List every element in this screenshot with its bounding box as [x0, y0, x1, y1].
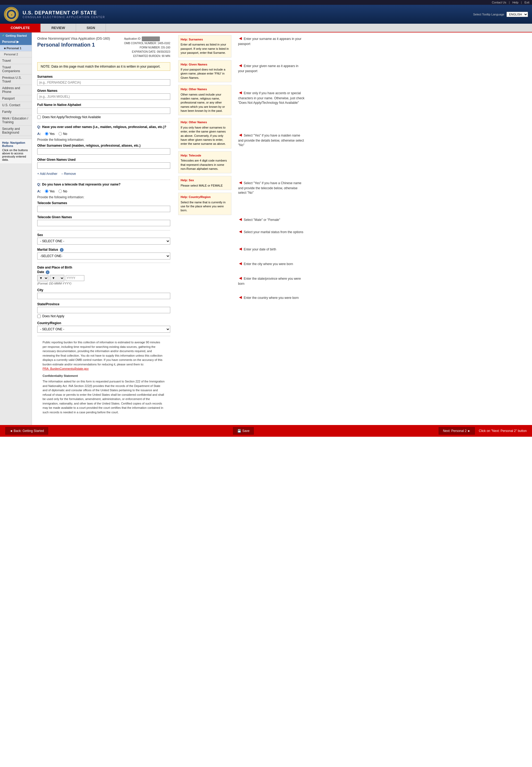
- annotation-telecode: ◄ Select "Yes" if you have a Chinese nam…: [238, 179, 305, 195]
- marital-section: Marital Status i -SELECT ONE- SINGLE MAR…: [37, 248, 170, 259]
- does-not-apply-checkbox[interactable]: [37, 115, 41, 119]
- telecode-yes-option[interactable]: Yes: [45, 189, 55, 193]
- page-title-block: Online Nonimmigrant Visa Application (DS…: [37, 36, 110, 48]
- native-alphabet-label: Full Name in Native Alphabet: [37, 103, 170, 107]
- app-info: Application ID •••••••• OMB CONTROL NUMB…: [124, 36, 170, 58]
- telecode-yes-radio[interactable]: [45, 189, 48, 193]
- other-names-yes-radio[interactable]: [45, 132, 48, 135]
- main-content: Online Nonimmigrant Visa Application (DS…: [32, 32, 176, 425]
- save-button[interactable]: 💾 Save: [233, 427, 254, 435]
- other-names-no-radio[interactable]: [59, 132, 62, 135]
- state-does-not-apply-checkbox[interactable]: [37, 314, 41, 318]
- other-names-provide-info: Provide the following information:: [37, 138, 170, 142]
- sidebar-item-family[interactable]: Family: [0, 109, 32, 115]
- sidebar-item-travel-companions[interactable]: Travel Companions: [0, 64, 32, 74]
- site-header: ★ U.S. Department of State CONSULAR ELEC…: [0, 5, 532, 24]
- inner-wrapper: Online Nonimmigrant Visa Application (DS…: [32, 32, 532, 425]
- tab-complete[interactable]: COMPLETE: [0, 24, 41, 32]
- given-names-input[interactable]: [37, 93, 170, 100]
- day-select[interactable]: ▼ 0102030405 0607080910 1112131415 16171…: [37, 275, 48, 281]
- year-input[interactable]: [66, 275, 84, 281]
- telecode-given-input[interactable]: [37, 220, 170, 226]
- annotation-surnames: ◄ Enter your surname as it appears in yo…: [238, 35, 305, 46]
- date-label: Date i: [37, 270, 170, 274]
- app-id-value: ••••••••: [142, 36, 160, 41]
- marital-info-icon[interactable]: i: [60, 248, 64, 252]
- annotations-column: ◄ Enter your surname as it appears in yo…: [234, 32, 309, 425]
- telecode-no-option[interactable]: No: [59, 189, 67, 193]
- does-not-apply-row: Does Not Apply/Technology Not Available: [37, 115, 170, 119]
- sidebar-item-travel[interactable]: Travel: [0, 57, 32, 64]
- date-section: Date i ▼ 0102030405 0607080910 111213141…: [37, 270, 170, 285]
- back-button[interactable]: ◄ Back: Getting Started: [5, 427, 48, 435]
- telecode-block: Q: Do you have a telecode that represent…: [37, 182, 170, 226]
- sex-label: Sex: [37, 233, 170, 237]
- sex-section: Sex - SELECT ONE - MALE FEMALE: [37, 233, 170, 244]
- other-names-block: Q: Have you ever used other names (i.e.,…: [37, 125, 170, 176]
- native-alphabet-input[interactable]: [37, 107, 170, 114]
- other-names-yes-option[interactable]: Yes: [45, 132, 55, 136]
- other-given-section: Other Given Names Used: [37, 158, 170, 169]
- state-input[interactable]: [37, 307, 170, 313]
- add-remove-row: + Add Another – Remove: [37, 172, 170, 176]
- other-surnames-input[interactable]: [37, 148, 170, 155]
- tab-sign[interactable]: SIGN: [76, 24, 106, 32]
- add-another-link[interactable]: + Add Another: [37, 172, 57, 176]
- sidebar-item-address-phone[interactable]: Address and Phone: [0, 85, 32, 95]
- annotation-sex: ◄ Select "Male" or "Female": [238, 216, 305, 223]
- burden-email-link[interactable]: PRA_BurdenComments@state.gov: [43, 367, 89, 370]
- tab-review[interactable]: REVIEW: [41, 24, 76, 32]
- sidebar-item-previous-us-travel[interactable]: Previous U.S. Travel: [0, 74, 32, 85]
- form-title: Online Nonimmigrant Visa Application (DS…: [37, 36, 110, 40]
- other-names-no-option[interactable]: No: [59, 132, 67, 136]
- date-info-icon[interactable]: i: [46, 270, 49, 274]
- annotation-given-names: ◄ Enter your given name as it appears in…: [238, 62, 305, 73]
- exit-link[interactable]: Exit: [525, 1, 529, 4]
- country-section: Country/Region - SELECT ONE -: [37, 321, 170, 333]
- other-names-answer-row: A: Yes No: [37, 132, 170, 136]
- surnames-input[interactable]: [37, 79, 170, 86]
- telecode-surnames-label: Telecode Surnames: [37, 201, 170, 205]
- state-section: State/Province Does Not Apply: [37, 302, 170, 318]
- help-other-names: Help: Other Names Other names used inclu…: [178, 85, 231, 115]
- telecode-answer-row: A: Yes No: [37, 189, 170, 193]
- other-surnames-section: Other Surnames Used (maiden, religious, …: [37, 144, 170, 155]
- month-select[interactable]: ▼ JANFEBMARAPR MAYJUNJULAUG SEPOCTNOVDEC: [50, 275, 64, 281]
- confidentiality-title: Confidentiality Statement: [43, 373, 165, 378]
- sidebar-item-personal2[interactable]: Personal 2: [0, 51, 32, 57]
- remove-link[interactable]: – Remove: [61, 172, 76, 176]
- telecode-surnames-input[interactable]: [37, 206, 170, 212]
- help-telecode: Help: Telecode Telecodes are 4 digit cod…: [178, 151, 231, 173]
- help-column: Help: Surnames Enter all surnames as lis…: [176, 32, 234, 425]
- sidebar-item-passport[interactable]: Passport: [0, 95, 32, 102]
- page-header: Online Nonimmigrant Visa Application (DS…: [37, 36, 170, 58]
- telecode-no-radio[interactable]: [59, 189, 62, 193]
- sidebar-item-personal1[interactable]: ■ Personal 1: [0, 45, 32, 51]
- contact-link[interactable]: Contact Us: [492, 1, 506, 4]
- sidebar-help: Help: Navigation Buttons Click on the bu…: [0, 139, 32, 163]
- annotation-country: ◄ Enter the country where you were born: [238, 294, 305, 301]
- other-given-input[interactable]: [37, 162, 170, 169]
- sidebar-item-personal[interactable]: Personal ▶: [0, 39, 32, 45]
- state-dept-seal: ★: [4, 7, 19, 22]
- marital-select[interactable]: -SELECT ONE- SINGLE MARRIED WIDOWED DIVO…: [37, 252, 170, 259]
- city-input[interactable]: [37, 293, 170, 299]
- marital-label: Marital Status i: [37, 248, 170, 252]
- help-given-names: Help: Given Names If your passport does …: [178, 60, 231, 82]
- next-button[interactable]: Next: Personal 2 ►: [439, 427, 475, 435]
- main-layout: ✓ Getting Started Personal ▶ ■ Personal …: [0, 32, 532, 425]
- sidebar-item-security[interactable]: Security and Background: [0, 126, 32, 136]
- sidebar-getting-started[interactable]: ✓ Getting Started: [0, 32, 32, 39]
- sidebar-item-work-education[interactable]: Work / Education / Training: [0, 115, 32, 126]
- other-names-q-label: Q:: [37, 125, 41, 129]
- annotation-state: ◄ Enter the state/province where you wer…: [238, 275, 305, 286]
- telecode-question: Do you have a telecode that represents y…: [42, 182, 120, 186]
- country-select[interactable]: - SELECT ONE -: [37, 326, 170, 333]
- help-link[interactable]: Help: [512, 1, 518, 4]
- sex-select[interactable]: - SELECT ONE - MALE FEMALE: [37, 238, 170, 244]
- dob-section-label: Date and Place of Birth: [37, 265, 170, 269]
- surnames-label: Surnames: [37, 75, 170, 78]
- language-select[interactable]: ENGLISH: [506, 12, 528, 17]
- help-surnames: Help: Surnames Enter all surnames as lis…: [178, 35, 231, 57]
- sidebar-item-us-contact[interactable]: U.S. Contact: [0, 102, 32, 109]
